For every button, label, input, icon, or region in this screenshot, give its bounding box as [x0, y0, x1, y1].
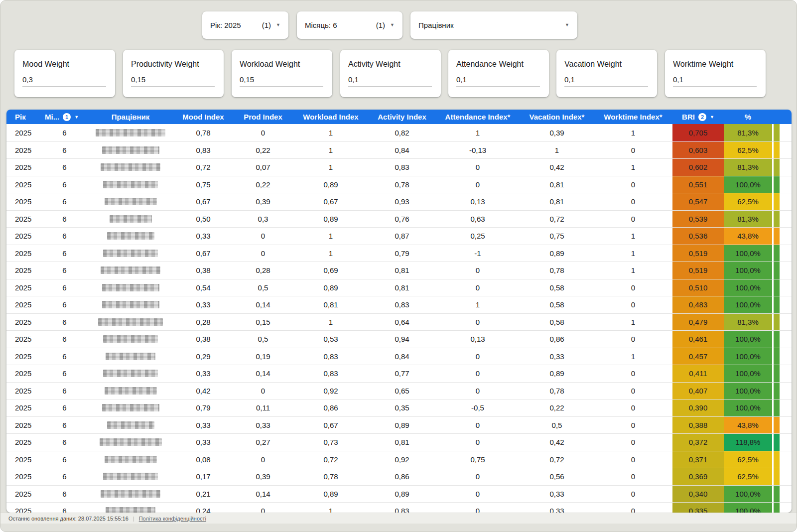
cell-pct: 62,5% [724, 468, 772, 485]
header-worktime-index[interactable]: Worktime Index* [594, 113, 672, 121]
weight-card-mood: Mood Weight 0,3 [14, 50, 115, 97]
table-row: 202560,380,280,690,8100,7810,519100,0% [6, 262, 792, 279]
cell-year: 2025 [6, 434, 41, 451]
redaction-blur [103, 250, 158, 257]
cell-month: 6 [41, 503, 88, 513]
cell-attendance: 0 [435, 383, 520, 399]
cell-activity: 0,84 [369, 142, 435, 159]
cell-attendance: 0 [435, 468, 520, 485]
overflow-column-sliver [774, 417, 780, 434]
cell-attendance: 0,75 [435, 451, 520, 468]
vacation-weight-input[interactable]: 0,1 [564, 75, 648, 87]
cell-month: 6 [41, 296, 88, 313]
header-year[interactable]: Рік [6, 113, 41, 121]
cell-workload: 0,67 [293, 193, 369, 210]
header-attendance-index[interactable]: Attendance Index* [435, 113, 520, 121]
cell-bri: 0,411 [672, 365, 724, 382]
cell-prod: 0 [233, 451, 293, 468]
cell-workload: 1 [293, 228, 369, 245]
weight-card-activity: Activity Weight 0,1 [340, 50, 441, 97]
overflow-column-sliver [774, 314, 780, 331]
overflow-column-sliver [774, 348, 780, 365]
privacy-policy-link[interactable]: Політика конфіденційності [139, 516, 206, 522]
employee-name-redacted [88, 124, 173, 141]
workload-weight-input[interactable]: 0,15 [240, 75, 323, 87]
sort-desc-icon: ▼ [74, 115, 79, 120]
cell-workload: 0,53 [293, 331, 369, 348]
redaction-blur [106, 507, 155, 513]
overflow-column-sliver [774, 211, 780, 228]
cell-prod: 0,39 [233, 468, 293, 485]
header-prod-index[interactable]: Prod Index [233, 113, 293, 121]
table-row-partial: 202560,24010,8300,3300,335100,0% [6, 502, 792, 513]
worktime-weight-input[interactable]: 0,1 [673, 75, 757, 87]
header-vacation-index[interactable]: Vacation Index* [520, 113, 594, 121]
cell-mood: 0,28 [173, 314, 233, 331]
filter-month-dropdown[interactable]: Місяць: 6 (1) ▼ [297, 11, 402, 39]
header-mood-index[interactable]: Mood Index [173, 113, 233, 121]
cell-attendance: 1 [435, 124, 520, 141]
filter-year-label: Рік: 2025 [210, 21, 241, 29]
header-bri[interactable]: BRI 2 ▼ [672, 113, 724, 121]
filter-year-dropdown[interactable]: Рік: 2025 (1) ▼ [202, 11, 288, 39]
cell-mood: 0,29 [173, 348, 233, 365]
activity-weight-input[interactable]: 0,1 [348, 75, 432, 87]
filter-employee-dropdown[interactable]: Працівник ▼ [410, 11, 577, 39]
cell-workload: 1 [293, 124, 369, 141]
employee-name-redacted [88, 262, 173, 279]
cell-month: 6 [41, 245, 88, 262]
redaction-blur [105, 387, 157, 395]
cell-worktime: 1 [594, 159, 672, 176]
filter-month-label: Місяць: 6 [305, 21, 337, 29]
cell-activity: 0,79 [369, 245, 435, 262]
cell-year: 2025 [6, 399, 41, 416]
cell-activity: 0,35 [369, 399, 435, 416]
header-workload-index[interactable]: Workload Index [293, 113, 369, 121]
cell-workload: 0,89 [293, 486, 369, 503]
weight-label: Mood Weight [22, 60, 107, 69]
cell-vacation: 0,72 [520, 211, 594, 228]
cell-bri: 0,335 [672, 503, 724, 513]
table-header-row: Рік Мі... 1 ▼ Працівник Mood Index Prod … [6, 110, 792, 124]
chevron-down-icon: ▼ [276, 23, 280, 27]
table-row: 202560,330,140,830,7700,8900,411100,0% [6, 365, 792, 382]
cell-mood: 0,72 [173, 159, 233, 176]
cell-mood: 0,33 [173, 296, 233, 313]
header-month[interactable]: Мі... 1 ▼ [41, 113, 88, 121]
cell-worktime: 0 [594, 451, 672, 468]
cell-mood: 0,24 [173, 503, 233, 513]
cell-prod: 0,39 [233, 193, 293, 210]
weight-label: Vacation Weight [564, 60, 649, 69]
cell-workload: 0,67 [293, 417, 369, 434]
employee-name-redacted [88, 383, 173, 399]
cell-vacation: 0,33 [520, 503, 594, 513]
cell-vacation: 0,75 [520, 228, 594, 245]
header-percent[interactable]: % [724, 113, 772, 121]
cell-attendance: 0 [435, 365, 520, 382]
table-row: 202560,170,390,780,8600,5600,36962,5% [6, 468, 792, 485]
cell-month: 6 [41, 348, 88, 365]
cell-bri: 0,483 [672, 296, 724, 313]
cell-attendance: 0 [435, 486, 520, 503]
productivity-weight-input[interactable]: 0,15 [131, 75, 215, 87]
cell-activity: 0,83 [369, 159, 435, 176]
cell-pct: 62,5% [724, 193, 772, 210]
cell-worktime: 0 [594, 193, 672, 210]
cell-worktime: 1 [594, 314, 672, 331]
overflow-column-sliver [774, 486, 780, 503]
cell-month: 6 [41, 468, 88, 485]
cell-pct: 100,0% [724, 486, 772, 503]
cell-attendance: 0 [435, 503, 520, 513]
attendance-weight-input[interactable]: 0,1 [456, 75, 540, 87]
overflow-column-sliver [774, 193, 780, 210]
cell-vacation: 1 [520, 142, 594, 159]
cell-vacation: 0,42 [520, 159, 594, 176]
cell-month: 6 [41, 262, 88, 279]
mood-weight-input[interactable]: 0,3 [22, 75, 106, 87]
employee-name-redacted [88, 279, 173, 296]
cell-prod: 0,22 [233, 176, 293, 193]
header-employee[interactable]: Працівник [88, 113, 173, 121]
cell-vacation: 0,72 [520, 451, 594, 468]
cell-year: 2025 [6, 142, 41, 159]
header-activity-index[interactable]: Activity Index [369, 113, 435, 121]
